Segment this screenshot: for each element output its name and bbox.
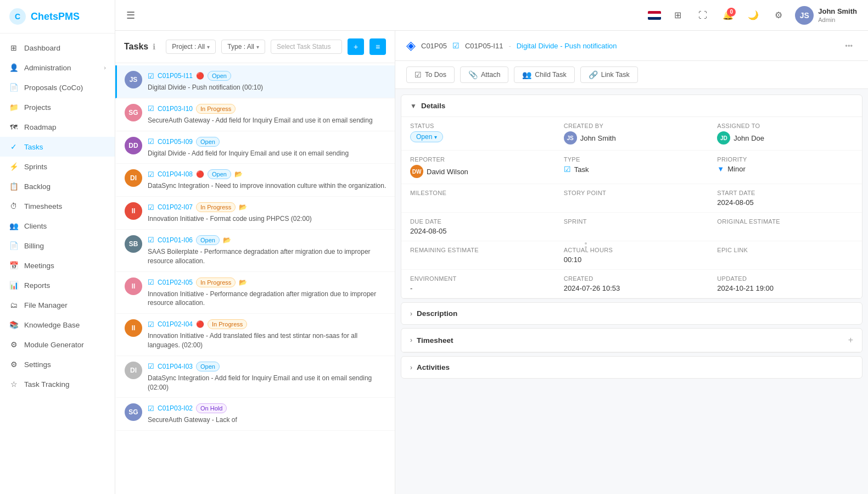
more-options-button[interactable]: ••• [841, 40, 857, 52]
todos-button[interactable]: ☑ To Dos [406, 66, 455, 83]
sidebar: C ChetsPMS ⊞ Dashboard 👤 Administration … [0, 0, 115, 494]
task-type-icon: ☑ [148, 137, 154, 146]
language-flag[interactable] [648, 11, 661, 20]
details-section-header[interactable]: ▼ Details [401, 95, 862, 117]
task-item[interactable]: II ☑ C01P02-I07 In Progress 📂 Innovation… [115, 197, 395, 230]
sidebar-item-module-generator[interactable]: ⚙ Module Generator [0, 335, 115, 354]
sidebar-item-meetings[interactable]: 📅 Meetings [0, 256, 115, 275]
sidebar-item-reports[interactable]: 📊 Reports [0, 275, 115, 295]
chevron-down-icon: ▾ [207, 44, 210, 50]
avatar: SG [125, 403, 142, 421]
project-id[interactable]: C01P05 [421, 42, 447, 50]
status-badge[interactable]: Open ▾ [410, 131, 443, 142]
task-description: Innovation Initiative - Add translated f… [148, 331, 387, 350]
activities-section-header[interactable]: › Activities [401, 357, 862, 378]
apps-icon[interactable]: ⊞ [669, 7, 686, 24]
link-task-button[interactable]: 🔗 Link Task [580, 66, 638, 83]
notifications-icon[interactable]: 🔔 0 [719, 7, 737, 24]
task-item[interactable]: DD ☑ C01P05-I09 Open Digital Divide - Ad… [115, 131, 395, 164]
section-title: Details [421, 102, 445, 110]
status-badge: In Progress [208, 319, 247, 329]
sidebar-item-tasks[interactable]: ✓ Tasks [0, 137, 115, 157]
user-menu[interactable]: JS John Smith Admin [795, 6, 857, 25]
description-section-header[interactable]: › Description [401, 303, 862, 324]
task-body: ☑ C01P05-I09 Open Digital Divide - Add f… [148, 137, 387, 158]
hamburger-menu[interactable]: ☰ [126, 9, 135, 21]
sidebar-item-proposals[interactable]: 📄 Proposals (CoCo) [0, 77, 115, 97]
actual-hours-field: Actual Hours 00:10 [555, 241, 709, 270]
sidebar-item-task-tracking[interactable]: ☆ Task Tracking [0, 374, 115, 394]
task-item[interactable]: DI ☑ C01P04-I03 Open DataSync Integratio… [115, 356, 395, 398]
main-area: ☰ ⊞ ⛶ 🔔 0 🌙 ⚙ JS John Smith Admin [115, 0, 868, 494]
view-toggle-button[interactable]: ≡ [369, 38, 386, 55]
task-meta: ☑ C01P02-I04 🔴 In Progress [148, 319, 387, 329]
task-id: C01P02-I05 [158, 279, 193, 286]
task-item[interactable]: JS ☑ C01P05-I11 🔴 Open Digital Divide - … [115, 65, 395, 98]
theme-icon[interactable]: 🌙 [744, 7, 762, 24]
task-id-link[interactable]: C01P05-I11 [465, 42, 503, 50]
status-filter[interactable]: Select Task Status [271, 40, 342, 54]
sidebar-item-clients[interactable]: 👥 Clients [0, 216, 115, 236]
task-description: SecureAuth Gateway - Lack of [148, 415, 387, 425]
task-item[interactable]: SG ☑ C01P03-I02 On Hold SecureAuth Gatew… [115, 398, 395, 431]
user-info: John Smith Admin [818, 7, 857, 23]
task-item[interactable]: DI ☑ C01P04-I08 🔴 Open 📂 DataSync Integr… [115, 164, 395, 197]
sidebar-item-roadmap[interactable]: 🗺 Roadmap [0, 117, 115, 137]
status-badge: Open [196, 235, 220, 245]
sidebar-item-backlog[interactable]: 📋 Backlog [0, 176, 115, 196]
dropbox-icon: ◈ [406, 38, 416, 53]
avatar: II [125, 202, 142, 220]
reporter-field: Reporter DW David Wilson [401, 151, 555, 184]
chevron-down-icon: ▼ [410, 102, 417, 110]
description-section: › Description [401, 302, 863, 325]
sidebar-item-settings[interactable]: ⚙ Settings [0, 354, 115, 374]
attach-button[interactable]: 📎 Attach [460, 66, 508, 83]
expand-icon[interactable]: ⛶ [694, 7, 712, 24]
add-task-button[interactable]: + [348, 38, 364, 55]
avatar: JD [717, 131, 730, 145]
gear-icon[interactable]: ⚙ [770, 7, 787, 24]
task-item[interactable]: SG ☑ C01P03-I10 In Progress SecureAuth G… [115, 98, 395, 131]
project-filter[interactable]: Project : All ▾ [166, 40, 216, 54]
sidebar-item-knowledge-base[interactable]: 📚 Knowledge Base [0, 315, 115, 335]
task-description: DataSync Integration - Add field for Inq… [148, 374, 387, 392]
sidebar-item-sprints[interactable]: ⚡ Sprints [0, 157, 115, 176]
task-tracking-icon: ☆ [9, 379, 19, 389]
avatar: JS [564, 131, 577, 145]
task-description: SecureAuth Gateway - Add field for Inqui… [148, 116, 387, 125]
user-name: John Smith [818, 7, 857, 16]
status-badge: In Progress [196, 277, 236, 287]
task-id: C01P03-I02 [158, 404, 193, 412]
task-item[interactable]: II ☑ C01P02-I04 🔴 In Progress Innovation… [115, 314, 395, 356]
avatar: JS [795, 6, 814, 25]
avatar: DD [125, 137, 142, 154]
task-item[interactable]: II ☑ C01P02-I05 In Progress 📂 Innovation… [115, 272, 395, 314]
avatar: JS [125, 71, 142, 88]
sprint-field: Sprint [555, 213, 709, 241]
chevron-down-icon: ▾ [256, 44, 259, 50]
file-manager-icon: 🗂 [9, 300, 19, 310]
section-title: Activities [417, 363, 450, 371]
sidebar-item-timesheets[interactable]: ⏱ Timesheets [0, 196, 115, 216]
sidebar-item-billing[interactable]: 📄 Billing [0, 236, 115, 256]
task-type-icon: ☑ [148, 104, 154, 113]
task-meta: ☑ C01P04-I03 Open [148, 362, 387, 371]
task-item[interactable]: SB ☑ C01P01-I06 Open 📂 SAAS Boilerplate … [115, 230, 395, 272]
type-filter[interactable]: Type : All ▾ [221, 40, 265, 54]
task-body: ☑ C01P03-I10 In Progress SecureAuth Gate… [148, 104, 387, 125]
sidebar-item-projects[interactable]: 📁 Projects [0, 97, 115, 117]
sidebar-item-dashboard[interactable]: ⊞ Dashboard [0, 38, 115, 58]
add-timesheet-button[interactable]: + [848, 335, 853, 345]
logo-icon: C [9, 8, 26, 25]
logo[interactable]: C ChetsPMS [0, 0, 115, 34]
sidebar-item-administration[interactable]: 👤 Administration › [0, 58, 115, 77]
clients-icon: 👥 [9, 221, 19, 231]
activities-section: › Activities [401, 356, 863, 379]
sidebar-item-file-manager[interactable]: 🗂 File Manager [0, 295, 115, 315]
avatar: SB [125, 235, 142, 253]
task-type-icon: ☑ [148, 278, 154, 286]
child-task-button[interactable]: 👥 Child Task [514, 66, 574, 83]
settings-icon: ⚙ [9, 359, 19, 369]
timesheet-section-header[interactable]: › Timesheet + [401, 329, 862, 352]
task-body: ☑ C01P03-I02 On Hold SecureAuth Gateway … [148, 403, 387, 425]
